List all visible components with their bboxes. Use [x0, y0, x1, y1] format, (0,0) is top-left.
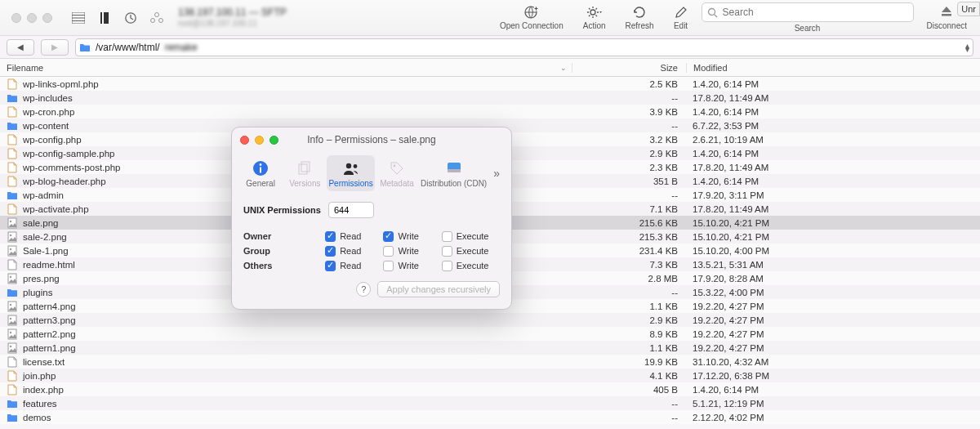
perm-others-write[interactable]: Write — [383, 261, 441, 271]
file-modified: 1.4.20, 6:14 PM — [686, 385, 980, 395]
file-size: -- — [572, 121, 686, 131]
img-icon — [7, 245, 18, 257]
perm-owner-read[interactable]: Read — [325, 231, 383, 242]
nav-forward-button[interactable]: ▶ — [41, 39, 69, 56]
file-name: wp-includes — [23, 93, 73, 103]
table-row[interactable]: pattern2.png8.9 KB19.2.20, 4:27 PM — [0, 327, 980, 341]
file-modified: 1.4.20, 6:14 PM — [686, 149, 980, 159]
table-row[interactable]: demos--2.12.20, 4:02 PM — [0, 410, 980, 424]
perm-group-execute[interactable]: Execute — [442, 246, 500, 257]
svg-point-46 — [353, 164, 357, 168]
dialog-tabs: General Versions Permissions Metadata Di… — [232, 152, 511, 191]
tab-permissions[interactable]: Permissions — [327, 155, 374, 191]
eject-icon — [939, 5, 954, 20]
history-icon[interactable] — [121, 8, 140, 28]
dialog-zoom[interactable] — [270, 136, 278, 145]
traffic-minimize[interactable] — [27, 13, 37, 23]
php-icon — [7, 148, 18, 159]
file-size: 215.3 KB — [572, 232, 686, 242]
file-name: readme.html — [23, 260, 75, 270]
file-modified: 1.4.20, 6:14 PM — [686, 79, 980, 89]
php-icon — [7, 78, 18, 90]
table-row[interactable]: wp-links-opml.php2.5 KB1.4.20, 6:14 PM — [0, 77, 980, 91]
action-button[interactable]: Action — [577, 5, 612, 30]
table-header: Filename ⌄ Size Modified — [0, 59, 980, 77]
open-connection-button[interactable]: Open Connection — [493, 5, 570, 30]
file-name: wp-config-sample.php — [23, 149, 115, 159]
file-modified: 17.12.20, 6:38 PM — [686, 371, 980, 381]
path-dropdown-icon[interactable]: ▴▾ — [965, 43, 969, 51]
table-row[interactable]: license.txt19.9 KB31.10.20, 4:32 AM — [0, 355, 980, 369]
perm-others-execute[interactable]: Execute — [442, 261, 500, 271]
tag-icon — [389, 160, 405, 177]
path-text: /var/www/html/ — [96, 42, 160, 53]
table-row[interactable]: pattern3.png2.9 KB19.2.20, 4:27 PM — [0, 313, 980, 327]
bookmarks-icon[interactable] — [95, 8, 114, 28]
window-subtitle: root@138.197.100.11 — [178, 19, 287, 28]
tab-general[interactable]: General — [238, 155, 283, 191]
file-name: wp-comments-post.php — [23, 163, 121, 172]
unix-permissions-input[interactable] — [328, 202, 374, 218]
perm-others-read[interactable]: Read — [325, 261, 383, 271]
file-size: 3.2 KB — [572, 135, 686, 145]
perm-owner-write[interactable]: Write — [383, 231, 441, 242]
img-icon — [7, 342, 18, 354]
file-icon — [7, 356, 18, 368]
file-size: 231.4 KB — [572, 246, 686, 256]
table-row[interactable]: wp-cron.php3.9 KB1.4.20, 6:14 PM — [0, 105, 980, 118]
svg-rect-43 — [299, 164, 307, 174]
help-button[interactable]: ? — [356, 282, 371, 297]
perm-group-write[interactable]: Write — [383, 246, 441, 257]
apply-recursively-button[interactable]: Apply changes recursively — [377, 281, 500, 297]
dialog-traffic-lights[interactable] — [240, 136, 278, 145]
file-name: wp-links-opml.php — [23, 79, 99, 89]
file-name: pattern1.png — [23, 343, 76, 353]
file-modified: 19.2.20, 4:27 PM — [686, 329, 980, 339]
file-name: wp-content — [23, 121, 69, 131]
perm-group-read[interactable]: Read — [325, 246, 383, 257]
file-size: -- — [572, 288, 686, 297]
dialog-expand-icon[interactable]: » — [488, 167, 505, 180]
file-name: demos — [23, 413, 51, 422]
svg-line-18 — [595, 16, 597, 17]
perm-row-group: Group — [243, 246, 325, 256]
drive-icon — [445, 160, 463, 177]
column-filename[interactable]: Filename ⌄ — [0, 63, 572, 73]
file-name: sale-2.png — [23, 232, 67, 242]
column-size[interactable]: Size — [572, 63, 686, 73]
table-row[interactable]: join.php4.1 KB17.12.20, 6:38 PM — [0, 369, 980, 382]
path-bar: ◀ ▶ /var/www/html/remake ▴▾ — [0, 36, 980, 59]
svg-point-7 — [151, 18, 155, 22]
php-icon — [7, 203, 18, 215]
file-modified: 19.2.20, 4:27 PM — [686, 315, 980, 325]
nav-back-button[interactable]: ◀ — [7, 39, 34, 56]
refresh-button[interactable]: Refresh — [619, 5, 661, 30]
bonjour-icon[interactable] — [147, 8, 167, 28]
dialog-minimize[interactable] — [255, 136, 264, 145]
traffic-close[interactable] — [11, 13, 21, 23]
table-row[interactable]: features--5.1.21, 12:19 PM — [0, 396, 980, 410]
perm-owner-execute[interactable]: Execute — [442, 231, 500, 242]
edit-button[interactable]: Edit — [667, 5, 695, 30]
view-outline-icon[interactable] — [69, 8, 88, 28]
file-modified: 17.9.20, 8:28 AM — [686, 274, 980, 284]
file-modified: 15.10.20, 4:21 PM — [686, 232, 980, 242]
dialog-close[interactable] — [240, 136, 249, 145]
window-traffic-lights[interactable] — [11, 13, 52, 23]
file-size: 8.9 KB — [572, 329, 686, 339]
file-name: pattern3.png — [23, 315, 76, 325]
svg-line-22 — [714, 14, 717, 17]
table-row[interactable]: index.php405 B1.4.20, 6:14 PM — [0, 382, 980, 396]
search-input[interactable] — [702, 2, 914, 22]
table-row[interactable]: wp-includes--17.8.20, 11:49 AM — [0, 91, 980, 105]
img-icon — [7, 217, 18, 229]
path-field[interactable]: /var/www/html/remake ▴▾ — [75, 38, 973, 56]
overflow-tab[interactable]: Unr — [957, 2, 980, 16]
file-size: 405 B — [572, 385, 686, 395]
column-modified[interactable]: Modified — [686, 63, 980, 73]
traffic-zoom[interactable] — [42, 13, 52, 23]
svg-point-31 — [10, 275, 11, 277]
tab-distribution[interactable]: Distribution (CDN) — [419, 155, 488, 191]
svg-line-19 — [589, 16, 590, 17]
table-row[interactable]: pattern1.png1.1 KB19.2.20, 4:27 PM — [0, 341, 980, 355]
